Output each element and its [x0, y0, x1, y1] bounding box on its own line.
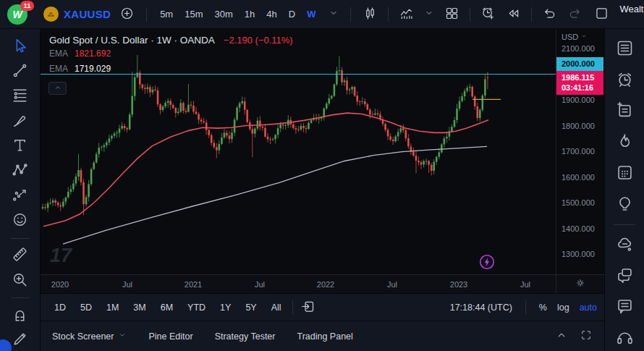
bulb-panel-button[interactable]	[611, 193, 637, 217]
alarm-plus-icon	[480, 6, 496, 23]
zoom-in-tool-button[interactable]	[9, 270, 32, 291]
range-5d-button[interactable]: 5D	[74, 299, 98, 316]
replay-button[interactable]	[503, 3, 524, 26]
brush-tool-button[interactable]	[9, 111, 32, 132]
range-1y-button[interactable]: 1Y	[213, 299, 237, 316]
axis-settings-button[interactable]	[556, 275, 604, 293]
alarm-panel-button[interactable]	[611, 68, 637, 93]
flash-boost-button[interactable]	[478, 253, 496, 271]
right-sidebar	[604, 29, 644, 351]
ruler-tool-button[interactable]	[9, 245, 32, 266]
range-toolbar: 1D5D1M3M6MYTD1Y5YAll 17:18:44 (UTC) % lo…	[41, 293, 604, 321]
indicator-button[interactable]	[396, 3, 417, 26]
cursor-tool-button[interactable]	[9, 36, 32, 57]
app-body: Gold Spot / U.S. Dollar · 1W · OANDA −2.…	[0, 29, 644, 351]
headset-panel-button[interactable]	[611, 326, 637, 351]
user-menu-button[interactable]: W 11	[7, 4, 27, 25]
alarm-icon	[615, 69, 635, 91]
layout-name-block[interactable]: Wealthy Educ.. Save	[619, 4, 644, 25]
footer-tab-label: Pine Editor	[148, 331, 192, 342]
go-to-date-icon	[300, 299, 315, 316]
chart-row: Gold Spot / U.S. Dollar · 1W · OANDA −2.…	[41, 29, 604, 274]
timeframe-menu-button[interactable]	[326, 5, 342, 23]
xabcd-tool-button[interactable]	[9, 161, 32, 182]
cursor-icon	[11, 37, 29, 57]
symbol-switcher[interactable]: XAUUSD	[43, 7, 111, 22]
time-tick-2021: 2021	[185, 280, 202, 289]
pine-editor-tab[interactable]: Pine Editor	[148, 331, 192, 342]
stock-screener-tab[interactable]: Stock Screener	[52, 331, 127, 342]
grid-layout-button[interactable]	[441, 3, 462, 26]
scale-status-group: 17:18:44 (UTC) % log auto	[450, 300, 597, 315]
range-all-button[interactable]: All	[265, 299, 288, 316]
fullscreen-button[interactable]	[580, 329, 593, 344]
bar-countdown: 03:41:16	[562, 83, 603, 93]
symbol-name: XAUUSD	[64, 8, 111, 20]
alarm-plus-button[interactable]	[478, 3, 499, 26]
flame-panel-button[interactable]	[611, 130, 637, 155]
range-1m-button[interactable]: 1M	[100, 299, 125, 316]
replay-icon	[506, 6, 521, 23]
undo-button[interactable]	[539, 3, 560, 26]
timeframe-30m-button[interactable]: 30m	[211, 6, 237, 22]
calendar-panel-button[interactable]	[611, 161, 637, 186]
pencil-tool-button[interactable]	[9, 330, 32, 351]
chevron-up-icon	[555, 329, 568, 344]
chevron-down-icon	[329, 8, 339, 20]
multi-lines-tool-button[interactable]	[9, 86, 32, 107]
magnet-tool-button[interactable]	[9, 305, 32, 326]
timeframe-D-button[interactable]: D	[284, 6, 300, 22]
range-ytd-button[interactable]: YTD	[181, 299, 212, 316]
log-scale-button[interactable]: log	[557, 303, 569, 313]
brush-icon	[11, 111, 29, 132]
forecast-tool-button[interactable]	[9, 185, 32, 206]
timeframe-list: 5m15m30m1h4hDW	[156, 6, 320, 22]
range-3m-button[interactable]: 3M	[127, 299, 152, 316]
timeframe-4h-button[interactable]: 4h	[262, 6, 281, 22]
trendline-tool-button[interactable]	[9, 61, 32, 82]
time-axis-labels[interactable]: 2020Jul2021Jul2022Jul2023Jul	[41, 275, 556, 293]
timeframe-W-button[interactable]: W	[302, 6, 320, 22]
add-compare-button[interactable]	[116, 3, 137, 26]
indicator-icon	[399, 6, 414, 23]
go-to-date-button[interactable]	[297, 296, 318, 319]
plus-circle-icon	[119, 6, 135, 23]
comment-panel-button[interactable]	[611, 295, 637, 320]
chart-pane[interactable]: Gold Spot / U.S. Dollar · 1W · OANDA −2.…	[41, 29, 556, 274]
currency-selector[interactable]: USD	[562, 33, 588, 41]
emoji-tool-button[interactable]	[9, 210, 32, 231]
strategy-tester-tab[interactable]: Strategy Tester	[215, 331, 276, 342]
price-chart[interactable]	[41, 29, 556, 274]
time-tick-2022: 2022	[317, 280, 334, 289]
notes-panel-button[interactable]	[611, 99, 637, 124]
timeframe-15m-button[interactable]: 15m	[180, 6, 207, 22]
headset-icon	[615, 328, 635, 350]
watchlist-panel-button[interactable]	[611, 37, 637, 62]
flame-icon	[615, 132, 635, 153]
auto-scale-button[interactable]: auto	[580, 303, 597, 313]
comment-icon	[615, 297, 635, 318]
time-tick-2023: 2023	[450, 280, 467, 289]
layout-select-button[interactable]	[591, 3, 612, 26]
candles-button[interactable]	[360, 3, 381, 26]
timeframe-1h-button[interactable]: 1h	[240, 6, 259, 22]
panel-expand-button[interactable]	[555, 329, 568, 344]
trading-panel-tab[interactable]: Trading Panel	[297, 331, 352, 342]
chart-column: Gold Spot / U.S. Dollar · 1W · OANDA −2.…	[41, 29, 604, 351]
range-5y-button[interactable]: 5Y	[239, 299, 263, 316]
thought-panel-button[interactable]	[611, 233, 637, 258]
redo-button[interactable]	[564, 3, 585, 26]
pane-collapse-button[interactable]	[48, 82, 67, 95]
range-1d-button[interactable]: 1D	[48, 299, 72, 316]
price-axis[interactable]: USD 2000.000 1986.115 03:41:16 2100.0001…	[556, 29, 604, 274]
horizontal-line-price-label[interactable]: 2000.000	[556, 57, 603, 71]
clock-utc[interactable]: 17:18:44 (UTC)	[450, 303, 512, 313]
percent-scale-button[interactable]: %	[539, 303, 547, 313]
maximize-icon	[580, 329, 593, 344]
time-tick-jul: Jul	[122, 280, 132, 289]
text-tool-button[interactable]	[9, 135, 32, 156]
chevron-down-button[interactable]	[421, 5, 437, 23]
range-6m-button[interactable]: 6M	[154, 299, 179, 316]
chats-panel-button[interactable]	[611, 264, 637, 289]
timeframe-5m-button[interactable]: 5m	[156, 6, 177, 22]
